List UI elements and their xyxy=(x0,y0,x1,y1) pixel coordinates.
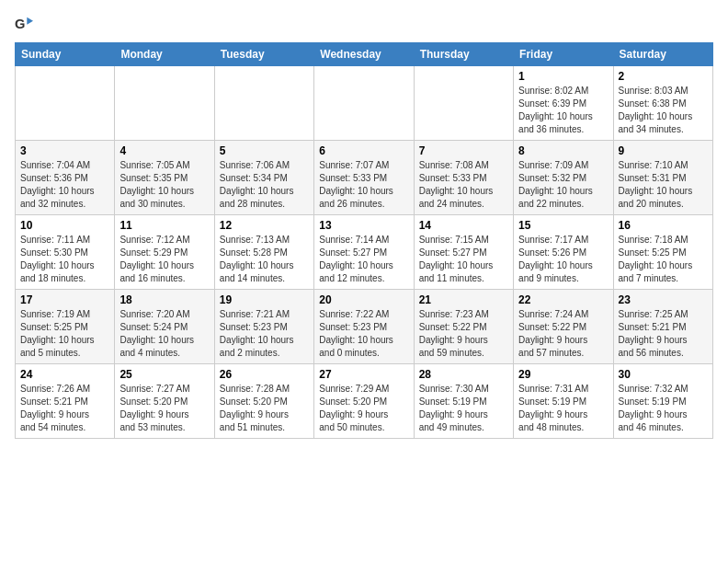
day-number: 1 xyxy=(518,70,608,83)
calendar-cell: 25Sunrise: 7:27 AM Sunset: 5:20 PM Dayli… xyxy=(115,364,214,439)
weekday-header-wednesday: Wednesday xyxy=(314,43,414,66)
day-number: 28 xyxy=(419,368,508,381)
weekday-header-saturday: Saturday xyxy=(613,43,712,66)
day-info: Sunrise: 7:17 AM Sunset: 5:26 PM Dayligh… xyxy=(518,234,608,285)
day-info: Sunrise: 7:14 AM Sunset: 5:27 PM Dayligh… xyxy=(319,234,408,285)
week-row-0: 1Sunrise: 8:02 AM Sunset: 6:39 PM Daylig… xyxy=(16,66,713,141)
calendar-cell: 16Sunrise: 7:18 AM Sunset: 5:25 PM Dayli… xyxy=(613,215,712,290)
svg-marker-1 xyxy=(27,17,33,25)
calendar-cell xyxy=(414,66,513,141)
day-number: 21 xyxy=(419,293,508,306)
weekday-header-tuesday: Tuesday xyxy=(214,43,313,66)
weekday-header-sunday: Sunday xyxy=(16,43,115,66)
calendar-cell: 8Sunrise: 7:09 AM Sunset: 5:32 PM Daylig… xyxy=(514,141,613,215)
calendar-cell: 3Sunrise: 7:04 AM Sunset: 5:36 PM Daylig… xyxy=(16,141,115,215)
day-number: 13 xyxy=(319,219,408,232)
calendar-cell: 14Sunrise: 7:15 AM Sunset: 5:27 PM Dayli… xyxy=(414,215,513,290)
day-number: 22 xyxy=(518,293,608,306)
calendar-cell: 30Sunrise: 7:32 AM Sunset: 5:19 PM Dayli… xyxy=(613,364,712,439)
day-number: 4 xyxy=(119,144,209,157)
day-number: 11 xyxy=(119,219,209,232)
week-row-3: 17Sunrise: 7:19 AM Sunset: 5:25 PM Dayli… xyxy=(16,290,713,364)
day-number: 8 xyxy=(518,144,608,157)
day-info: Sunrise: 7:29 AM Sunset: 5:20 PM Dayligh… xyxy=(319,383,408,434)
day-info: Sunrise: 7:27 AM Sunset: 5:20 PM Dayligh… xyxy=(119,383,209,434)
day-info: Sunrise: 7:18 AM Sunset: 5:25 PM Dayligh… xyxy=(619,234,708,285)
logo: G xyxy=(15,15,37,33)
week-row-4: 24Sunrise: 7:26 AM Sunset: 5:21 PM Dayli… xyxy=(16,364,713,439)
calendar-cell: 11Sunrise: 7:12 AM Sunset: 5:29 PM Dayli… xyxy=(115,215,214,290)
day-info: Sunrise: 7:22 AM Sunset: 5:23 PM Dayligh… xyxy=(319,308,408,360)
calendar-cell: 5Sunrise: 7:06 AM Sunset: 5:34 PM Daylig… xyxy=(214,141,313,215)
day-number: 9 xyxy=(619,144,708,157)
day-number: 19 xyxy=(220,293,309,306)
day-number: 26 xyxy=(220,368,309,381)
day-info: Sunrise: 7:10 AM Sunset: 5:31 PM Dayligh… xyxy=(619,159,708,211)
day-number: 17 xyxy=(20,293,109,306)
day-info: Sunrise: 7:30 AM Sunset: 5:19 PM Dayligh… xyxy=(419,383,508,434)
day-number: 16 xyxy=(619,219,708,232)
day-info: Sunrise: 7:06 AM Sunset: 5:34 PM Dayligh… xyxy=(220,159,309,211)
day-info: Sunrise: 7:08 AM Sunset: 5:33 PM Dayligh… xyxy=(419,159,508,211)
calendar-cell: 13Sunrise: 7:14 AM Sunset: 5:27 PM Dayli… xyxy=(314,215,414,290)
calendar-cell xyxy=(314,66,414,141)
calendar-cell: 21Sunrise: 7:23 AM Sunset: 5:22 PM Dayli… xyxy=(414,290,513,364)
page-header: G xyxy=(15,15,713,33)
day-info: Sunrise: 7:04 AM Sunset: 5:36 PM Dayligh… xyxy=(20,159,109,211)
day-info: Sunrise: 7:24 AM Sunset: 5:22 PM Dayligh… xyxy=(518,308,608,360)
day-number: 29 xyxy=(518,368,608,381)
day-number: 30 xyxy=(619,368,708,381)
svg-text:G: G xyxy=(15,17,25,31)
day-info: Sunrise: 7:12 AM Sunset: 5:29 PM Dayligh… xyxy=(119,234,209,285)
day-number: 2 xyxy=(619,70,708,83)
day-info: Sunrise: 7:05 AM Sunset: 5:35 PM Dayligh… xyxy=(119,159,209,211)
day-number: 20 xyxy=(319,293,408,306)
day-info: Sunrise: 7:07 AM Sunset: 5:33 PM Dayligh… xyxy=(319,159,408,211)
day-number: 12 xyxy=(220,219,309,232)
day-number: 3 xyxy=(20,144,109,157)
calendar-header: SundayMondayTuesdayWednesdayThursdayFrid… xyxy=(16,43,713,66)
day-number: 24 xyxy=(20,368,109,381)
day-number: 23 xyxy=(619,293,708,306)
weekday-header-thursday: Thursday xyxy=(414,43,513,66)
calendar-cell xyxy=(115,66,214,141)
calendar-cell: 23Sunrise: 7:25 AM Sunset: 5:21 PM Dayli… xyxy=(613,290,712,364)
day-number: 15 xyxy=(518,219,608,232)
calendar-cell: 18Sunrise: 7:20 AM Sunset: 5:24 PM Dayli… xyxy=(115,290,214,364)
calendar-cell: 26Sunrise: 7:28 AM Sunset: 5:20 PM Dayli… xyxy=(214,364,313,439)
day-info: Sunrise: 8:03 AM Sunset: 6:38 PM Dayligh… xyxy=(619,85,708,136)
weekday-header-monday: Monday xyxy=(115,43,214,66)
day-number: 6 xyxy=(319,144,408,157)
calendar-cell: 6Sunrise: 7:07 AM Sunset: 5:33 PM Daylig… xyxy=(314,141,414,215)
day-info: Sunrise: 7:13 AM Sunset: 5:28 PM Dayligh… xyxy=(220,234,309,285)
calendar-cell: 19Sunrise: 7:21 AM Sunset: 5:23 PM Dayli… xyxy=(214,290,313,364)
calendar-cell: 12Sunrise: 7:13 AM Sunset: 5:28 PM Dayli… xyxy=(214,215,313,290)
calendar-cell: 29Sunrise: 7:31 AM Sunset: 5:19 PM Dayli… xyxy=(514,364,613,439)
day-number: 18 xyxy=(119,293,209,306)
day-info: Sunrise: 7:21 AM Sunset: 5:23 PM Dayligh… xyxy=(220,308,309,360)
day-info: Sunrise: 7:28 AM Sunset: 5:20 PM Dayligh… xyxy=(220,383,309,434)
day-info: Sunrise: 7:26 AM Sunset: 5:21 PM Dayligh… xyxy=(20,383,109,434)
weekday-row: SundayMondayTuesdayWednesdayThursdayFrid… xyxy=(16,43,713,66)
calendar-cell: 17Sunrise: 7:19 AM Sunset: 5:25 PM Dayli… xyxy=(16,290,115,364)
day-info: Sunrise: 7:20 AM Sunset: 5:24 PM Dayligh… xyxy=(119,308,209,360)
day-info: Sunrise: 7:23 AM Sunset: 5:22 PM Dayligh… xyxy=(419,308,508,360)
calendar-body: 1Sunrise: 8:02 AM Sunset: 6:39 PM Daylig… xyxy=(16,66,713,439)
day-number: 14 xyxy=(419,219,508,232)
day-info: Sunrise: 7:25 AM Sunset: 5:21 PM Dayligh… xyxy=(619,308,708,360)
calendar-cell: 7Sunrise: 7:08 AM Sunset: 5:33 PM Daylig… xyxy=(414,141,513,215)
day-number: 25 xyxy=(119,368,209,381)
weekday-header-friday: Friday xyxy=(514,43,613,66)
week-row-2: 10Sunrise: 7:11 AM Sunset: 5:30 PM Dayli… xyxy=(16,215,713,290)
calendar-cell: 27Sunrise: 7:29 AM Sunset: 5:20 PM Dayli… xyxy=(314,364,414,439)
calendar-table: SundayMondayTuesdayWednesdayThursdayFrid… xyxy=(15,42,713,439)
day-info: Sunrise: 7:32 AM Sunset: 5:19 PM Dayligh… xyxy=(619,383,708,434)
calendar-cell xyxy=(214,66,313,141)
day-info: Sunrise: 7:11 AM Sunset: 5:30 PM Dayligh… xyxy=(20,234,109,285)
day-number: 10 xyxy=(20,219,109,232)
calendar-cell: 10Sunrise: 7:11 AM Sunset: 5:30 PM Dayli… xyxy=(16,215,115,290)
calendar-cell: 22Sunrise: 7:24 AM Sunset: 5:22 PM Dayli… xyxy=(514,290,613,364)
week-row-1: 3Sunrise: 7:04 AM Sunset: 5:36 PM Daylig… xyxy=(16,141,713,215)
calendar-cell: 28Sunrise: 7:30 AM Sunset: 5:19 PM Dayli… xyxy=(414,364,513,439)
calendar-cell: 1Sunrise: 8:02 AM Sunset: 6:39 PM Daylig… xyxy=(514,66,613,141)
